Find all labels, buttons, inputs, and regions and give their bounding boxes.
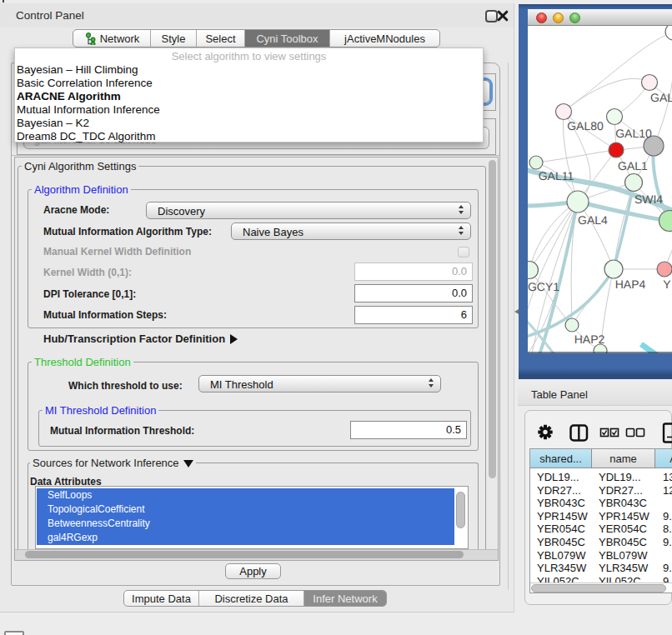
network-node[interactable] bbox=[567, 191, 589, 212]
list-item[interactable]: TopologicalCoefficient bbox=[37, 502, 454, 517]
data-attributes-list[interactable]: SelfLoopsTopologicalCoefficientBetweenne… bbox=[35, 486, 469, 549]
network-window-titlebar[interactable] bbox=[528, 9, 672, 26]
which-threshold-combobox[interactable]: MI Threshold bbox=[198, 375, 441, 392]
tab-discretize-data[interactable]: Discretize Data bbox=[199, 591, 304, 606]
table-cell[interactable]: 13 bbox=[663, 471, 672, 483]
manual-kernel-checkbox[interactable] bbox=[458, 247, 469, 258]
table-cell[interactable]: YBR045C bbox=[537, 536, 585, 548]
table-scrollbar-track[interactable] bbox=[530, 582, 672, 593]
control-panel-titlebar[interactable]: Control Panel bbox=[0, 3, 514, 28]
table-cell[interactable]: YDR27... bbox=[599, 484, 643, 497]
table-cell[interactable]: 9. bbox=[663, 562, 672, 574]
node-label: HAP4 bbox=[615, 278, 646, 291]
zoom-traffic-light[interactable] bbox=[569, 12, 580, 23]
network-edge[interactable] bbox=[536, 150, 616, 162]
hub-factor-toggle[interactable]: Hub/Transcription Factor Definition bbox=[43, 332, 238, 345]
aracne-mode-combobox[interactable]: Discovery bbox=[146, 202, 471, 219]
scrollbar-thumb[interactable] bbox=[489, 160, 496, 478]
popup-item[interactable]: Basic Correlation Inference bbox=[17, 77, 153, 89]
table-cell[interactable]: YDR27... bbox=[537, 484, 581, 497]
tab-impute-data[interactable]: Impute Data bbox=[124, 591, 199, 606]
network-node[interactable] bbox=[604, 260, 623, 278]
network-node[interactable] bbox=[607, 109, 623, 125]
list-item[interactable]: gal4RGexp bbox=[37, 531, 454, 545]
popup-item[interactable]: Bayesian – Hill Climbing bbox=[17, 63, 138, 76]
network-edge[interactable] bbox=[654, 32, 672, 146]
table-cell[interactable]: YBL079W bbox=[537, 549, 586, 562]
mi-threshold-field[interactable]: 0.5 bbox=[350, 421, 467, 439]
network-node[interactable] bbox=[528, 262, 539, 279]
table-cell[interactable]: YPR145W bbox=[599, 510, 649, 522]
popup-item[interactable]: Dream8 DC_TDC Algorithm bbox=[17, 130, 156, 142]
network-edge[interactable] bbox=[614, 182, 634, 269]
table-cell[interactable]: YBR043C bbox=[537, 497, 585, 509]
network-node[interactable] bbox=[665, 26, 672, 40]
tab-cyni-toolbox[interactable]: Cyni Toolbox bbox=[245, 30, 330, 47]
minimize-traffic-light[interactable] bbox=[553, 12, 564, 23]
float-window-icon[interactable] bbox=[485, 10, 498, 22]
popup-item[interactable]: ARACNE Algorithm bbox=[17, 90, 121, 102]
unchecked-pair-icon[interactable] bbox=[627, 429, 644, 437]
scrollbar-thumb[interactable] bbox=[25, 551, 464, 558]
column-header[interactable]: A bbox=[655, 449, 672, 468]
table-cell[interactable]: 9. bbox=[663, 536, 672, 548]
table-scrollbar-thumb[interactable] bbox=[531, 584, 666, 592]
column-header[interactable]: name bbox=[592, 449, 655, 468]
group-title: Cyni Algorithm Settings bbox=[22, 160, 138, 172]
popup-header: Select algorithm to view settings bbox=[15, 50, 483, 62]
mi-type-combobox[interactable]: Naive Bayes bbox=[231, 222, 471, 240]
combo-arrows-icon bbox=[459, 205, 464, 216]
table-cell[interactable]: YDL19... bbox=[537, 471, 579, 483]
columns-icon[interactable] bbox=[571, 426, 588, 441]
sources-toggle[interactable]: Sources for Network Inference bbox=[30, 457, 196, 469]
table-cell[interactable]: YLR345W bbox=[537, 562, 586, 574]
table-cell[interactable]: 9. bbox=[663, 510, 672, 522]
network-edge[interactable] bbox=[564, 78, 649, 112]
gear-icon[interactable] bbox=[538, 425, 552, 439]
network-node[interactable] bbox=[625, 174, 643, 192]
table-cell[interactable]: YBR045C bbox=[599, 536, 647, 548]
list-item[interactable]: SelfLoops bbox=[37, 488, 454, 502]
table-cell[interactable]: YER054C bbox=[599, 522, 647, 535]
network-node[interactable] bbox=[642, 75, 658, 91]
table-cell[interactable]: YBR043C bbox=[599, 497, 647, 509]
apply-button[interactable]: Apply bbox=[225, 563, 281, 579]
table-cell[interactable]: YER054C bbox=[537, 522, 585, 535]
list-scrollbar-thumb[interactable] bbox=[456, 492, 465, 528]
network-node[interactable] bbox=[659, 211, 672, 232]
network-edge[interactable] bbox=[578, 202, 614, 269]
list-item[interactable]: BetweennessCentrality bbox=[37, 517, 454, 531]
popup-item[interactable]: Bayesian – K2 bbox=[17, 117, 89, 129]
mi-steps-field[interactable]: 6 bbox=[354, 306, 473, 324]
table-cell[interactable]: YPR145W bbox=[537, 510, 588, 522]
table-cell[interactable]: 8. bbox=[663, 522, 672, 535]
table-cell[interactable]: 12 bbox=[663, 484, 672, 497]
checked-pair-icon[interactable] bbox=[601, 429, 619, 437]
network-node[interactable] bbox=[565, 318, 579, 332]
network-node[interactable] bbox=[657, 262, 672, 277]
document-icon[interactable] bbox=[664, 424, 672, 442]
table-cell[interactable]: YDL19... bbox=[599, 471, 641, 483]
minimized-panel-button[interactable] bbox=[4, 631, 24, 635]
network-node[interactable] bbox=[529, 156, 543, 169]
network-canvas[interactable]: GALGAL80GAL10GAL1GAL11SWI4GAL4GCY1HAP4YH… bbox=[528, 26, 672, 353]
popup-item[interactable]: Mutual Information Inference bbox=[17, 103, 160, 116]
column-header[interactable]: shared... bbox=[530, 449, 592, 468]
corner-artifact bbox=[3, 0, 4, 2]
tab-select[interactable]: Select bbox=[197, 30, 245, 47]
network-node[interactable] bbox=[556, 104, 572, 120]
close-traffic-light[interactable] bbox=[536, 12, 547, 23]
tab-jactivemnodules[interactable]: jActiveMNodules bbox=[330, 30, 439, 47]
kernel-width-label: Kernel Width (0,1): bbox=[43, 267, 132, 278]
table-cell[interactable]: YLR345W bbox=[599, 562, 648, 574]
dpi-tolerance-field[interactable]: 0.0 bbox=[354, 284, 473, 302]
node-table[interactable]: shared...nameA YDL19...YDL19...13YDR27..… bbox=[529, 448, 672, 593]
table-cell[interactable]: YBL079W bbox=[599, 549, 648, 562]
kernel-width-field[interactable]: 0.0 bbox=[354, 262, 473, 281]
close-icon[interactable] bbox=[497, 10, 509, 22]
tab-style[interactable]: Style bbox=[151, 30, 197, 47]
network-node[interactable] bbox=[609, 142, 624, 158]
tab-network[interactable]: Network bbox=[73, 30, 151, 47]
splitter-collapse-icon[interactable] bbox=[514, 309, 519, 314]
tab-infer-network[interactable]: Infer Network bbox=[304, 591, 386, 606]
